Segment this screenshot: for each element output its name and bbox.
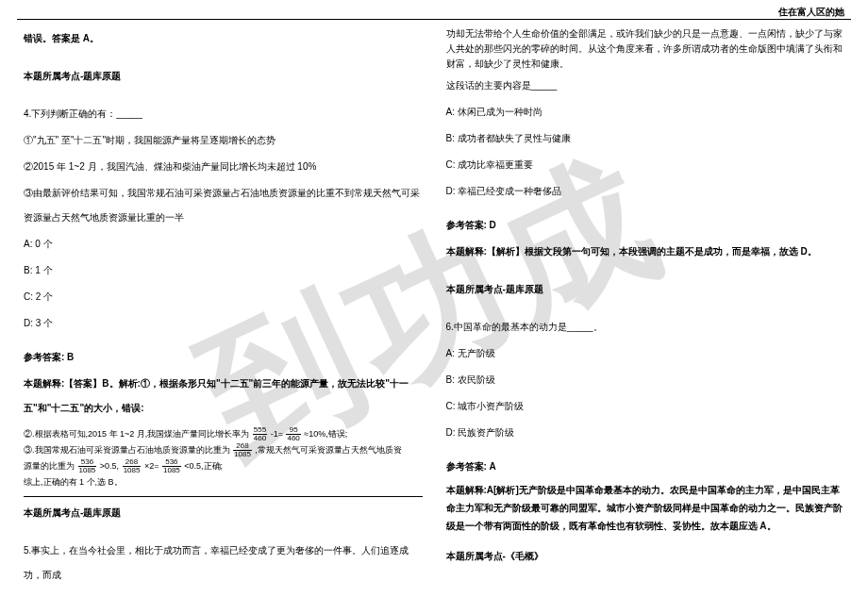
q4-option-c: C: 2 个 bbox=[24, 285, 423, 309]
section-divider bbox=[24, 496, 423, 497]
math-line-2b: ,常规天然气可采资源量占天然气地质资 bbox=[255, 445, 402, 455]
answer-note: 错误。答案是 A。 bbox=[24, 26, 423, 51]
topic-tag: 本题所属考点-题库原题 bbox=[24, 64, 423, 89]
header-divider bbox=[17, 19, 851, 20]
q5-option-a: A: 休闲已成为一种时尚 bbox=[446, 100, 845, 124]
math-line-2a: ③.我国常规石油可采资源量占石油地质资源量的比重为 bbox=[24, 445, 230, 455]
fraction-4: 5361085 bbox=[78, 458, 97, 474]
q4-stem: 4.下列判断正确的有：_____ bbox=[24, 102, 423, 126]
q6-explanation: 本题解释:A[解析]无产阶级是中国革命最基本的动力。农民是中国革命的主力军，是中… bbox=[446, 481, 845, 535]
q5-option-b: B: 成功者都缺失了灵性与健康 bbox=[446, 126, 845, 151]
q4-option-d: D: 3 个 bbox=[24, 311, 423, 336]
q5-answer-label: 参考答案: D bbox=[446, 213, 845, 238]
q5-option-d: D: 幸福已经变成一种奢侈品 bbox=[446, 179, 845, 204]
math-line-3c: ×2= bbox=[144, 461, 159, 471]
q5-prompt: 这段话的主要内容是_____ bbox=[446, 74, 845, 98]
math-line-4: 综上,正确的有 1 个,选 B。 bbox=[24, 474, 423, 490]
q6-option-b: B: 农民阶级 bbox=[446, 368, 845, 392]
math-line-1b: ≈10%,错误; bbox=[304, 429, 347, 439]
math-line-3b: >0.5, bbox=[100, 461, 119, 471]
fraction-6: 5361085 bbox=[162, 458, 181, 474]
q4-explanation: 本题解释:【答案】B。解析:①，根据条形只知"十二五"前三年的能源产量，故无法比… bbox=[24, 372, 423, 421]
q6-option-a: A: 无产阶级 bbox=[446, 341, 845, 366]
q4-option-a: A: 0 个 bbox=[24, 232, 423, 257]
fraction-2: 95460 bbox=[286, 426, 300, 442]
fraction-3: 2681085 bbox=[233, 442, 252, 458]
content-columns: 错误。答案是 A。 本题所属考点-题库原题 4.下列判断正确的有：_____ ①… bbox=[24, 26, 844, 589]
q5-stem-continued: 功却无法带给个人生命价值的全部满足，或许我们缺少的只是一点意趣、一点闲情，缺少了… bbox=[446, 26, 845, 72]
q4-statement-2: ②2015 年 1~2 月，我国汽油、煤油和柴油产量同比增长均未超过 10% bbox=[24, 155, 423, 179]
q4-option-b: B: 1 个 bbox=[24, 258, 423, 283]
q6-option-c: C: 城市小资产阶级 bbox=[446, 394, 845, 419]
q6-answer-label: 参考答案: A bbox=[446, 455, 845, 479]
q5-explanation: 本题解释:【解析】根据文段第一句可知，本段强调的主题不是成功，而是幸福，故选 D… bbox=[446, 240, 845, 264]
topic-tag-4: 本题所属考点-《毛概》 bbox=[446, 544, 845, 569]
math-line-3a: 源量的比重为 bbox=[24, 461, 75, 471]
right-column: 功却无法带给个人生命价值的全部满足，或许我们缺少的只是一点意趣、一点闲情，缺少了… bbox=[446, 26, 845, 589]
topic-tag-3: 本题所属考点-题库原题 bbox=[446, 277, 845, 302]
q6-option-d: D: 民族资产阶级 bbox=[446, 421, 845, 445]
math-block: ②.根据表格可知,2015 年 1~2 月,我国煤油产量同比增长率为 55546… bbox=[24, 426, 423, 490]
fraction-5: 2681085 bbox=[123, 458, 142, 474]
math-line-3d: <0.5,正确; bbox=[184, 461, 223, 471]
fraction-1: 555460 bbox=[253, 426, 267, 442]
page-header: 住在富人区的她 bbox=[778, 6, 844, 19]
q4-statement-3: ③由最新评价结果可知，我国常规石油可采资源量占石油地质资源量的比重不到常规天然气… bbox=[24, 181, 423, 230]
left-column: 错误。答案是 A。 本题所属考点-题库原题 4.下列判断正确的有：_____ ①… bbox=[24, 26, 423, 589]
q6-stem: 6.中国革命的最基本的动力是_____。 bbox=[446, 315, 845, 340]
topic-tag-2: 本题所属考点-题库原题 bbox=[24, 501, 423, 525]
q5-stem-start: 5.事实上，在当今社会里，相比于成功而言，幸福已经变成了更为奢侈的一件事。人们追… bbox=[24, 539, 423, 588]
math-minus: -1= bbox=[271, 429, 283, 439]
q4-answer-label: 参考答案: B bbox=[24, 345, 423, 370]
q4-statement-1: ①"九五" 至"十二五"时期，我国能源产量将呈逐期增长的态势 bbox=[24, 128, 423, 153]
math-line-1a: ②.根据表格可知,2015 年 1~2 月,我国煤油产量同比增长率为 bbox=[24, 429, 249, 439]
q5-option-c: C: 成功比幸福更重要 bbox=[446, 153, 845, 177]
